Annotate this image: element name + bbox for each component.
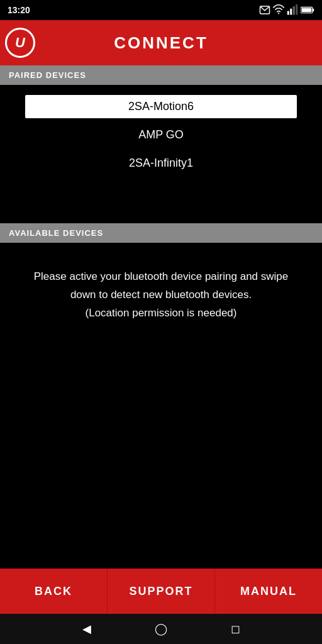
email-icon (259, 4, 270, 16)
manual-button[interactable]: MANUAL (215, 569, 322, 614)
svg-rect-3 (290, 9, 292, 15)
paired-devices-list: 2SA-Motion6 AMP GO 2SA-Infinity1 (0, 85, 322, 223)
device-item-3[interactable]: 2SA-Infinity1 (25, 152, 297, 175)
back-button[interactable]: BACK (0, 569, 108, 614)
available-devices-message: Please active your bluetooth device pair… (31, 268, 291, 323)
available-devices-header: AVAILABLE DEVICES (0, 223, 322, 243)
svg-rect-7 (313, 9, 314, 12)
status-icons (259, 4, 314, 16)
device-item-2[interactable]: AMP GO (25, 123, 297, 147)
device-item-1[interactable]: 2SA-Motion6 (25, 95, 297, 118)
app-header: U CONNECT (0, 20, 322, 65)
paired-devices-header: PAIRED DEVICES (0, 65, 322, 85)
header-title: CONNECT (40, 33, 322, 53)
status-bar: 13:20 (0, 0, 322, 20)
svg-rect-5 (296, 4, 297, 15)
wifi-icon (273, 4, 284, 16)
svg-rect-4 (293, 6, 295, 15)
logo-circle: U (5, 28, 35, 58)
svg-point-1 (278, 13, 279, 14)
system-nav-bar: ◀ ◯ ◻ (0, 614, 322, 644)
signal-icon (287, 4, 298, 16)
recent-nav-icon[interactable]: ◻ (231, 622, 240, 636)
home-nav-icon[interactable]: ◯ (155, 622, 167, 636)
available-devices-area: Please active your bluetooth device pair… (0, 243, 322, 569)
status-time: 13:20 (8, 5, 30, 15)
svg-rect-8 (302, 8, 312, 12)
bottom-nav: BACK SUPPORT MANUAL (0, 569, 322, 614)
app-logo: U (0, 20, 40, 65)
logo-letter: U (15, 35, 25, 51)
battery-icon (301, 6, 314, 14)
svg-rect-2 (287, 11, 289, 15)
support-button[interactable]: SUPPORT (108, 569, 215, 614)
back-nav-icon[interactable]: ◀ (82, 622, 91, 636)
